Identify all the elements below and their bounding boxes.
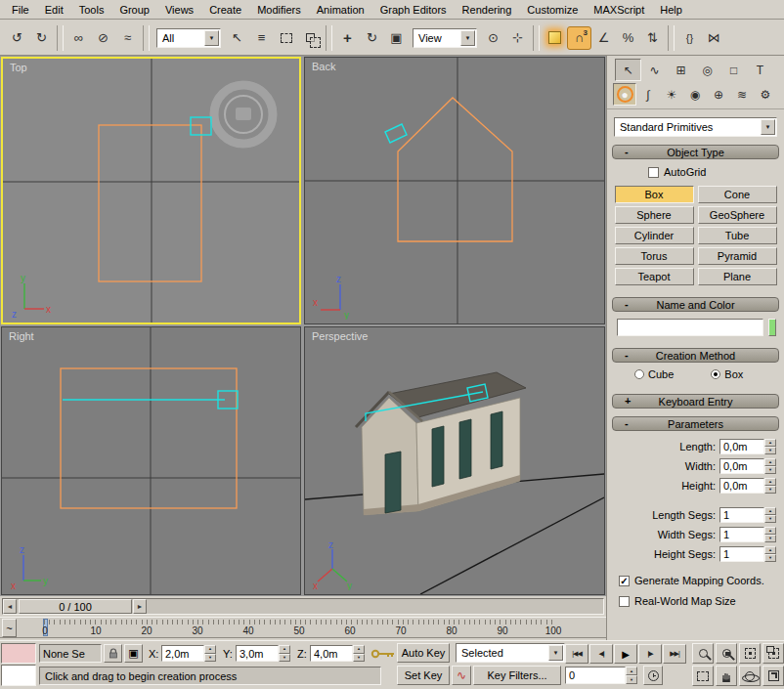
viewport-back[interactable]: Back z x y xyxy=(304,57,605,324)
angle-snap-icon[interactable]: ∠ xyxy=(591,26,616,50)
x-coord-input[interactable] xyxy=(161,645,204,662)
autogrid-checkbox[interactable] xyxy=(648,167,659,178)
spinner-snap-icon[interactable]: ⇅ xyxy=(640,26,665,50)
cube-radio[interactable] xyxy=(634,369,644,379)
selection-status-field[interactable] xyxy=(39,644,102,663)
keyboard-override-cube-icon[interactable] xyxy=(543,26,567,50)
category-helpers-icon[interactable]: ⊕ xyxy=(707,83,730,106)
menu-item-file[interactable]: File xyxy=(4,2,37,18)
menu-item-group[interactable]: Group xyxy=(111,2,157,18)
torus-button[interactable]: Torus xyxy=(615,247,694,265)
viewport-label-perspective[interactable]: Perspective xyxy=(312,330,368,342)
menu-item-create[interactable]: Create xyxy=(201,2,249,18)
box-button[interactable]: Box xyxy=(615,186,694,203)
select-and-rotate-icon[interactable]: ↻ xyxy=(360,26,384,50)
menu-item-edit[interactable]: Edit xyxy=(37,2,71,18)
time-slider-handle[interactable]: 0 / 100 xyxy=(19,599,132,614)
maximize-viewport-icon[interactable] xyxy=(762,666,784,686)
track-bar[interactable]: ~ 0102030405060708090100 xyxy=(0,617,606,638)
select-by-name-icon[interactable]: ≡ xyxy=(249,26,274,50)
category-shapes-icon[interactable]: ∫ xyxy=(636,83,660,106)
set-key-button[interactable]: Set Key xyxy=(397,666,450,685)
tab-create[interactable]: ↖ xyxy=(615,59,641,81)
menu-item-customize[interactable]: Customize xyxy=(519,2,586,18)
rollout-object-type[interactable]: - Object Type xyxy=(612,145,779,159)
viewport-perspective[interactable]: Perspective z x y xyxy=(304,326,605,595)
tab-motion[interactable]: ◎ xyxy=(694,59,720,81)
real-world-map-checkbox[interactable] xyxy=(619,596,630,607)
box-radio[interactable] xyxy=(711,369,720,379)
spinner-up-icon[interactable]: ▲ xyxy=(764,507,776,515)
redo-icon[interactable]: ↻ xyxy=(29,26,54,50)
dropdown-arrow-icon[interactable]: ▼ xyxy=(548,645,563,661)
cube-radio-option[interactable]: Cube xyxy=(634,368,674,380)
percent-snap-icon[interactable]: % xyxy=(616,26,640,50)
maxscript-listener[interactable] xyxy=(1,665,36,686)
spinner-down-icon[interactable]: ▼ xyxy=(764,554,776,562)
z-coord-input[interactable] xyxy=(310,645,353,662)
height-segs-spinner[interactable]: ▲▼ xyxy=(764,546,776,562)
zoom-extents-icon[interactable] xyxy=(739,643,761,664)
viewport-top[interactable]: Top y x z xyxy=(1,57,301,324)
absolute-offset-toggle-icon[interactable]: ▣ xyxy=(124,644,143,663)
cone-button[interactable]: Cone xyxy=(698,186,777,203)
width-segs-spinner[interactable]: ▲▼ xyxy=(764,527,776,542)
bind-to-space-warp-icon[interactable]: ≈ xyxy=(115,26,140,50)
category-cameras-icon[interactable]: ◉ xyxy=(683,83,707,106)
width-segs-input[interactable] xyxy=(719,527,764,542)
primitives-dropdown[interactable]: Standard Primitives ▼ xyxy=(614,117,777,137)
selection-lock-icon[interactable] xyxy=(104,644,122,663)
go-to-end-button[interactable]: ▶▶| xyxy=(663,644,686,664)
x-coord-spinner[interactable]: ▲▼ xyxy=(204,645,216,662)
zoom-all-icon[interactable] xyxy=(716,643,737,664)
y-coord-input[interactable] xyxy=(236,645,279,662)
menu-item-rendering[interactable]: Rendering xyxy=(455,2,520,18)
spinner-up-icon[interactable]: ▲ xyxy=(764,478,776,486)
height-spinner[interactable]: ▲▼ xyxy=(764,478,776,494)
pan-hand-icon[interactable] xyxy=(716,666,737,686)
dropdown-arrow-icon[interactable]: ▼ xyxy=(460,30,475,46)
next-frame-arrow[interactable]: ► xyxy=(133,599,147,614)
reference-coordinate-dropdown[interactable]: View ▼ xyxy=(413,28,477,48)
select-and-scale-icon[interactable]: ▣ xyxy=(384,26,409,50)
zoom-region-icon[interactable] xyxy=(692,666,714,686)
menu-item-views[interactable]: Views xyxy=(157,2,201,18)
key-filters-button[interactable]: Key Filters... xyxy=(473,666,561,685)
height-segs-input[interactable] xyxy=(719,546,764,562)
menu-item-maxscript[interactable]: MAXScript xyxy=(586,2,652,18)
zoom-extents-all-icon[interactable] xyxy=(762,643,784,664)
key-mode-dropdown[interactable]: Selected ▼ xyxy=(456,643,565,663)
zoom-icon[interactable] xyxy=(692,643,714,664)
y-coord-spinner[interactable]: ▲▼ xyxy=(279,645,290,662)
category-spacewarps-icon[interactable]: ≋ xyxy=(730,83,754,106)
spinner-down-icon[interactable]: ▼ xyxy=(764,535,776,542)
length-segs-spinner[interactable]: ▲▼ xyxy=(764,507,776,523)
geosphere-button[interactable]: GeoSphere xyxy=(698,206,777,224)
current-frame-input[interactable] xyxy=(565,667,626,684)
tube-button[interactable]: Tube xyxy=(698,227,777,244)
select-and-link-icon[interactable]: ∞ xyxy=(66,26,91,50)
rollout-parameters[interactable]: - Parameters xyxy=(612,416,779,431)
unlink-selection-icon[interactable]: ⊘ xyxy=(91,26,115,50)
play-button[interactable]: ▶ xyxy=(614,644,637,664)
window-crossing-icon[interactable] xyxy=(298,26,323,50)
viewport-right[interactable]: Right z y x xyxy=(1,326,301,595)
menu-item-tools[interactable]: Tools xyxy=(71,2,112,18)
spinner-down-icon[interactable]: ▼ xyxy=(764,466,776,474)
generate-mapping-checkbox[interactable]: ✓ xyxy=(619,576,630,586)
tab-modify[interactable]: ∿ xyxy=(641,59,668,81)
length-spinner[interactable]: ▲▼ xyxy=(764,439,776,454)
sphere-button[interactable]: Sphere xyxy=(615,206,694,224)
tab-display[interactable]: □ xyxy=(720,59,747,81)
length-input[interactable] xyxy=(719,439,764,454)
select-and-move-icon[interactable]: + xyxy=(335,26,360,50)
rollout-creation-method[interactable]: - Creation Method xyxy=(612,348,779,363)
snaps-toggle-3d-icon[interactable]: ∩3 xyxy=(567,26,591,50)
width-spinner[interactable]: ▲▼ xyxy=(764,458,776,474)
dropdown-arrow-icon[interactable]: ▼ xyxy=(204,30,219,46)
z-coord-spinner[interactable]: ▲▼ xyxy=(353,645,365,662)
box-radio-option[interactable]: Box xyxy=(711,368,743,380)
previous-frame-button[interactable]: ◀| xyxy=(589,644,613,664)
menu-item-help[interactable]: Help xyxy=(652,2,690,18)
object-name-input[interactable] xyxy=(617,319,763,336)
